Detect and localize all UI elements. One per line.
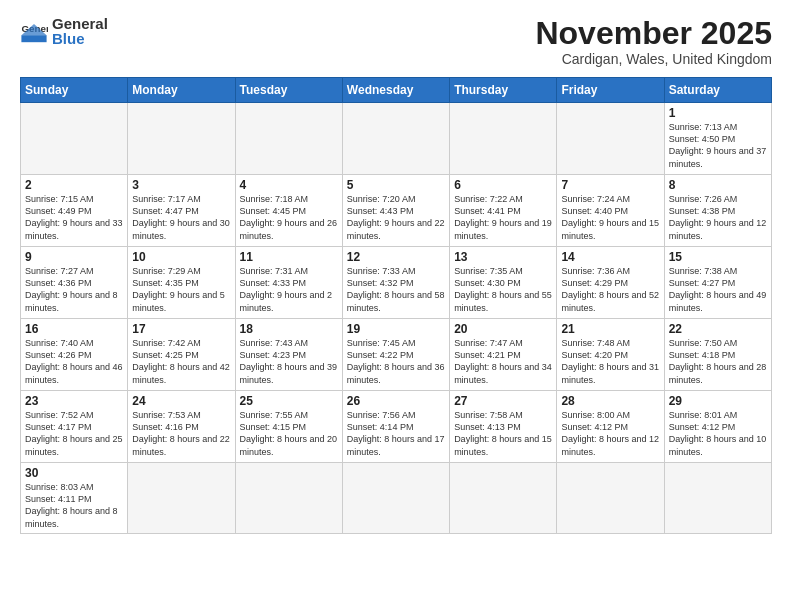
calendar-day-cell	[342, 463, 449, 534]
calendar-day-cell: 12Sunrise: 7:33 AMSunset: 4:32 PMDayligh…	[342, 247, 449, 319]
day-info: Sunrise: 7:31 AMSunset: 4:33 PMDaylight:…	[240, 265, 338, 314]
day-info: Sunrise: 7:36 AMSunset: 4:29 PMDaylight:…	[561, 265, 659, 314]
day-number: 7	[561, 178, 659, 192]
day-number: 1	[669, 106, 767, 120]
calendar-day-cell	[128, 463, 235, 534]
calendar-day-cell: 17Sunrise: 7:42 AMSunset: 4:25 PMDayligh…	[128, 319, 235, 391]
calendar-day-cell: 16Sunrise: 7:40 AMSunset: 4:26 PMDayligh…	[21, 319, 128, 391]
day-number: 10	[132, 250, 230, 264]
header: General General Blue November 2025 Cardi…	[20, 16, 772, 67]
calendar-day-cell: 9Sunrise: 7:27 AMSunset: 4:36 PMDaylight…	[21, 247, 128, 319]
month-title: November 2025	[535, 16, 772, 51]
calendar-header-thursday: Thursday	[450, 78, 557, 103]
calendar-header-friday: Friday	[557, 78, 664, 103]
calendar-day-cell: 21Sunrise: 7:48 AMSunset: 4:20 PMDayligh…	[557, 319, 664, 391]
day-info: Sunrise: 7:43 AMSunset: 4:23 PMDaylight:…	[240, 337, 338, 386]
day-info: Sunrise: 7:13 AMSunset: 4:50 PMDaylight:…	[669, 121, 767, 170]
calendar-header-tuesday: Tuesday	[235, 78, 342, 103]
calendar-day-cell: 27Sunrise: 7:58 AMSunset: 4:13 PMDayligh…	[450, 391, 557, 463]
calendar-day-cell: 11Sunrise: 7:31 AMSunset: 4:33 PMDayligh…	[235, 247, 342, 319]
day-number: 24	[132, 394, 230, 408]
calendar-day-cell	[128, 103, 235, 175]
calendar-week-row: 23Sunrise: 7:52 AMSunset: 4:17 PMDayligh…	[21, 391, 772, 463]
day-number: 27	[454, 394, 552, 408]
day-number: 21	[561, 322, 659, 336]
calendar-day-cell: 1Sunrise: 7:13 AMSunset: 4:50 PMDaylight…	[664, 103, 771, 175]
day-number: 8	[669, 178, 767, 192]
day-info: Sunrise: 7:58 AMSunset: 4:13 PMDaylight:…	[454, 409, 552, 458]
day-number: 12	[347, 250, 445, 264]
calendar-day-cell: 2Sunrise: 7:15 AMSunset: 4:49 PMDaylight…	[21, 175, 128, 247]
day-number: 20	[454, 322, 552, 336]
day-info: Sunrise: 7:17 AMSunset: 4:47 PMDaylight:…	[132, 193, 230, 242]
calendar-day-cell	[664, 463, 771, 534]
day-info: Sunrise: 7:47 AMSunset: 4:21 PMDaylight:…	[454, 337, 552, 386]
calendar: SundayMondayTuesdayWednesdayThursdayFrid…	[20, 77, 772, 534]
day-number: 26	[347, 394, 445, 408]
calendar-day-cell: 18Sunrise: 7:43 AMSunset: 4:23 PMDayligh…	[235, 319, 342, 391]
calendar-header-wednesday: Wednesday	[342, 78, 449, 103]
calendar-day-cell: 19Sunrise: 7:45 AMSunset: 4:22 PMDayligh…	[342, 319, 449, 391]
calendar-week-row: 1Sunrise: 7:13 AMSunset: 4:50 PMDaylight…	[21, 103, 772, 175]
day-info: Sunrise: 7:20 AMSunset: 4:43 PMDaylight:…	[347, 193, 445, 242]
title-block: November 2025 Cardigan, Wales, United Ki…	[535, 16, 772, 67]
day-info: Sunrise: 7:52 AMSunset: 4:17 PMDaylight:…	[25, 409, 123, 458]
calendar-day-cell	[235, 463, 342, 534]
day-info: Sunrise: 8:01 AMSunset: 4:12 PMDaylight:…	[669, 409, 767, 458]
day-number: 3	[132, 178, 230, 192]
logo-blue: Blue	[52, 31, 108, 46]
calendar-day-cell	[21, 103, 128, 175]
day-info: Sunrise: 7:24 AMSunset: 4:40 PMDaylight:…	[561, 193, 659, 242]
calendar-day-cell	[557, 103, 664, 175]
day-number: 25	[240, 394, 338, 408]
calendar-day-cell: 24Sunrise: 7:53 AMSunset: 4:16 PMDayligh…	[128, 391, 235, 463]
calendar-week-row: 16Sunrise: 7:40 AMSunset: 4:26 PMDayligh…	[21, 319, 772, 391]
day-number: 16	[25, 322, 123, 336]
calendar-day-cell: 3Sunrise: 7:17 AMSunset: 4:47 PMDaylight…	[128, 175, 235, 247]
day-info: Sunrise: 7:40 AMSunset: 4:26 PMDaylight:…	[25, 337, 123, 386]
day-info: Sunrise: 7:56 AMSunset: 4:14 PMDaylight:…	[347, 409, 445, 458]
day-info: Sunrise: 7:22 AMSunset: 4:41 PMDaylight:…	[454, 193, 552, 242]
day-info: Sunrise: 7:45 AMSunset: 4:22 PMDaylight:…	[347, 337, 445, 386]
day-info: Sunrise: 7:35 AMSunset: 4:30 PMDaylight:…	[454, 265, 552, 314]
page: General General Blue November 2025 Cardi…	[0, 0, 792, 612]
calendar-day-cell: 14Sunrise: 7:36 AMSunset: 4:29 PMDayligh…	[557, 247, 664, 319]
logo-general: General	[52, 16, 108, 31]
day-number: 9	[25, 250, 123, 264]
calendar-day-cell: 6Sunrise: 7:22 AMSunset: 4:41 PMDaylight…	[450, 175, 557, 247]
day-info: Sunrise: 7:27 AMSunset: 4:36 PMDaylight:…	[25, 265, 123, 314]
day-info: Sunrise: 7:50 AMSunset: 4:18 PMDaylight:…	[669, 337, 767, 386]
day-info: Sunrise: 7:53 AMSunset: 4:16 PMDaylight:…	[132, 409, 230, 458]
calendar-day-cell: 13Sunrise: 7:35 AMSunset: 4:30 PMDayligh…	[450, 247, 557, 319]
calendar-day-cell: 25Sunrise: 7:55 AMSunset: 4:15 PMDayligh…	[235, 391, 342, 463]
day-number: 29	[669, 394, 767, 408]
calendar-week-row: 9Sunrise: 7:27 AMSunset: 4:36 PMDaylight…	[21, 247, 772, 319]
calendar-day-cell	[342, 103, 449, 175]
calendar-day-cell: 8Sunrise: 7:26 AMSunset: 4:38 PMDaylight…	[664, 175, 771, 247]
calendar-header-monday: Monday	[128, 78, 235, 103]
day-info: Sunrise: 8:00 AMSunset: 4:12 PMDaylight:…	[561, 409, 659, 458]
day-number: 22	[669, 322, 767, 336]
calendar-day-cell	[450, 463, 557, 534]
day-number: 19	[347, 322, 445, 336]
day-number: 4	[240, 178, 338, 192]
calendar-day-cell: 28Sunrise: 8:00 AMSunset: 4:12 PMDayligh…	[557, 391, 664, 463]
day-info: Sunrise: 7:55 AMSunset: 4:15 PMDaylight:…	[240, 409, 338, 458]
location: Cardigan, Wales, United Kingdom	[535, 51, 772, 67]
day-info: Sunrise: 7:38 AMSunset: 4:27 PMDaylight:…	[669, 265, 767, 314]
calendar-day-cell	[235, 103, 342, 175]
day-number: 2	[25, 178, 123, 192]
day-number: 17	[132, 322, 230, 336]
calendar-day-cell: 5Sunrise: 7:20 AMSunset: 4:43 PMDaylight…	[342, 175, 449, 247]
calendar-day-cell: 15Sunrise: 7:38 AMSunset: 4:27 PMDayligh…	[664, 247, 771, 319]
calendar-day-cell: 7Sunrise: 7:24 AMSunset: 4:40 PMDaylight…	[557, 175, 664, 247]
day-info: Sunrise: 8:03 AMSunset: 4:11 PMDaylight:…	[25, 481, 123, 530]
day-info: Sunrise: 7:18 AMSunset: 4:45 PMDaylight:…	[240, 193, 338, 242]
logo-icon: General	[20, 17, 48, 45]
day-number: 30	[25, 466, 123, 480]
calendar-day-cell: 10Sunrise: 7:29 AMSunset: 4:35 PMDayligh…	[128, 247, 235, 319]
calendar-day-cell: 20Sunrise: 7:47 AMSunset: 4:21 PMDayligh…	[450, 319, 557, 391]
day-info: Sunrise: 7:15 AMSunset: 4:49 PMDaylight:…	[25, 193, 123, 242]
day-number: 15	[669, 250, 767, 264]
day-number: 5	[347, 178, 445, 192]
